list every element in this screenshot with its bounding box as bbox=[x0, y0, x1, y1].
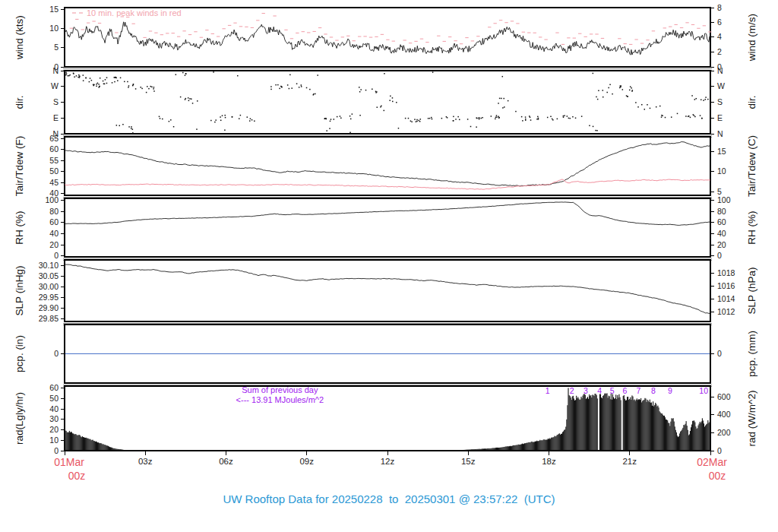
rad-bar bbox=[523, 444, 523, 450]
rad-bar bbox=[473, 449, 474, 450]
rad-bar bbox=[557, 435, 558, 450]
dir-scatter-point bbox=[502, 107, 504, 109]
rad-bar bbox=[530, 442, 531, 450]
rad-bar bbox=[602, 398, 602, 450]
dir-scatter-point bbox=[650, 108, 651, 109]
rh-panel-box bbox=[65, 198, 710, 257]
rad-bar bbox=[689, 434, 690, 450]
rad-bar bbox=[629, 399, 630, 450]
dir-scatter-point bbox=[416, 121, 417, 122]
dir-scatter-point bbox=[521, 116, 523, 118]
rad-bar bbox=[704, 427, 705, 450]
dir-scatter-point bbox=[89, 81, 90, 83]
rad-bar bbox=[99, 443, 100, 450]
rad-bar bbox=[547, 439, 548, 450]
dir-scatter-point bbox=[254, 120, 255, 122]
rad-bar bbox=[609, 396, 610, 450]
rad-bar bbox=[676, 432, 677, 450]
dir-scatter-point bbox=[495, 117, 497, 119]
rad-bar bbox=[678, 436, 679, 450]
rad-bar bbox=[626, 400, 627, 450]
rad-bar bbox=[584, 394, 584, 450]
dir-scatter-point bbox=[630, 86, 631, 87]
dir-scatter-point bbox=[104, 84, 106, 85]
rad-bar bbox=[498, 448, 498, 450]
slp-right-tick-label: 1016 bbox=[717, 281, 735, 290]
rad-bar bbox=[111, 448, 112, 450]
rad-bar bbox=[623, 396, 624, 450]
rad-bar bbox=[475, 449, 476, 450]
dir-scatter-point bbox=[496, 116, 498, 118]
rad-bar bbox=[493, 448, 494, 450]
rad-bar bbox=[608, 397, 609, 450]
rad-bar bbox=[100, 443, 101, 450]
dir-scatter-point bbox=[65, 74, 67, 76]
tair-right-tick-label: 15 bbox=[717, 147, 726, 156]
rad-bar bbox=[616, 399, 617, 450]
rad-bar bbox=[656, 404, 656, 450]
dir-scatter-point bbox=[597, 99, 599, 100]
rad-bar bbox=[589, 394, 590, 450]
dir-scatter-point bbox=[185, 74, 186, 76]
slp-right-tick-label: 1012 bbox=[717, 307, 735, 316]
dir-scatter-point bbox=[251, 119, 253, 121]
rad-bar bbox=[593, 395, 593, 450]
rad-bar bbox=[511, 446, 511, 450]
rad-bar bbox=[597, 398, 598, 450]
dir-scatter-point bbox=[701, 100, 702, 101]
rad-bar bbox=[666, 420, 666, 450]
rad-left-tick-label: 50 bbox=[49, 394, 59, 403]
rad-bar bbox=[611, 394, 612, 450]
tair-right-axis-title: Tair/Tdew (C) bbox=[746, 135, 757, 197]
dir-scatter-point bbox=[705, 97, 707, 98]
dir-scatter-point bbox=[453, 120, 454, 122]
rad-bar bbox=[705, 426, 706, 450]
meteogram-figure: 05101502468wind (kts)wind (m/s)10 min. p… bbox=[0, 0, 778, 532]
rh-right-axis-title: RH (%) bbox=[746, 211, 757, 244]
rad-bar bbox=[695, 426, 696, 450]
dir-scatter-point bbox=[491, 116, 492, 117]
dir-scatter-point bbox=[416, 119, 418, 121]
rad-bar bbox=[663, 416, 664, 450]
dir-left-tick-label: N bbox=[52, 66, 59, 75]
dir-scatter-point bbox=[196, 128, 198, 130]
rh-right-tick-label: 40 bbox=[717, 229, 726, 238]
dir-scatter-point bbox=[115, 77, 116, 78]
rh-left-tick-label: 20 bbox=[49, 240, 59, 249]
rad-bar bbox=[675, 430, 676, 450]
rad-bar bbox=[91, 440, 92, 450]
dir-scatter-point bbox=[119, 125, 121, 127]
rad-bar bbox=[563, 431, 564, 450]
dir-scatter-point bbox=[116, 125, 118, 126]
rad-bar bbox=[618, 397, 618, 450]
dir-scatter-point bbox=[96, 86, 97, 87]
rad-bar bbox=[115, 449, 116, 450]
rad-bar bbox=[602, 396, 603, 450]
rad-right-axis-title: rad (W/m^2) bbox=[746, 391, 757, 447]
rad-bar bbox=[538, 441, 539, 450]
rad-left-tick-label: 30 bbox=[49, 414, 59, 423]
rad-bar bbox=[579, 400, 580, 450]
tair-left-tick-label: 45 bbox=[49, 178, 59, 187]
rad-bar bbox=[614, 399, 615, 450]
rad-bar bbox=[571, 400, 572, 450]
rad-bar bbox=[605, 394, 606, 450]
dir-scatter-point bbox=[457, 116, 459, 118]
rad-annotation-line2: <--- 13.91 MJoules/m^2 bbox=[236, 395, 324, 404]
dir-scatter-point bbox=[239, 118, 240, 119]
rad-bar bbox=[680, 432, 681, 450]
dir-scatter-point bbox=[349, 132, 351, 134]
rad-bar bbox=[685, 424, 686, 450]
rad-bar bbox=[539, 440, 540, 450]
rad-bar bbox=[507, 446, 508, 450]
x-axis-end-hour: 00z bbox=[709, 470, 726, 482]
rad-bar bbox=[107, 445, 108, 450]
dir-scatter-point bbox=[270, 89, 272, 90]
slp-left-tick-label: 30.05 bbox=[39, 271, 59, 280]
rad-bar bbox=[489, 448, 489, 450]
rad-bar bbox=[521, 444, 522, 450]
rad-bar bbox=[119, 449, 120, 450]
dir-scatter-point bbox=[131, 126, 132, 128]
rad-bar bbox=[649, 402, 650, 450]
dir-scatter-point bbox=[596, 97, 597, 98]
